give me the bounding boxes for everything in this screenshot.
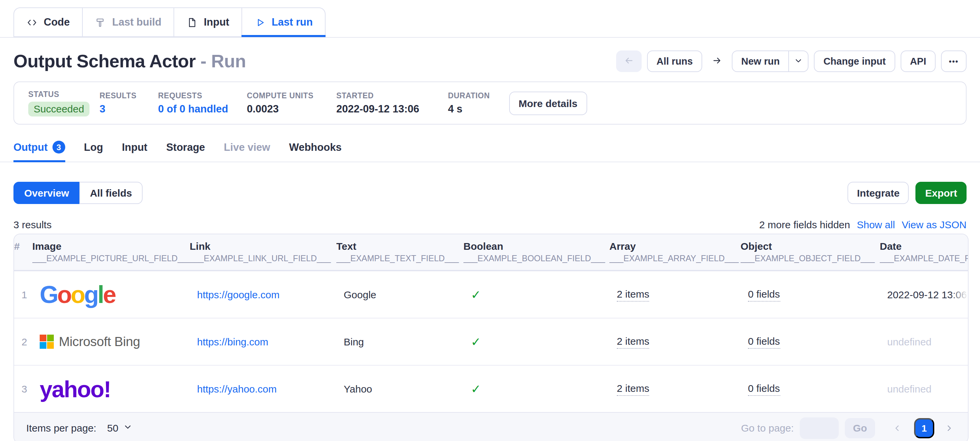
column-header-boolean: Boolean ___EXAMPLE_BOOLEAN_FIELD___ xyxy=(463,240,609,263)
view-as-json-link[interactable]: View as JSON xyxy=(902,219,967,230)
page-title-main: Output Schema Actor xyxy=(13,51,196,71)
table-row: 1 Google https://google.com Google ✓ 2 i… xyxy=(14,271,968,318)
check-icon: ✓ xyxy=(471,288,481,301)
header-actions: All runs New run Change input xyxy=(616,51,967,72)
next-run-button[interactable] xyxy=(708,51,726,72)
current-page-button[interactable]: 1 xyxy=(914,418,934,438)
arrow-right-icon xyxy=(712,55,722,68)
row-text: Bing xyxy=(344,336,471,347)
row-link[interactable]: https://yahoo.com xyxy=(197,383,344,395)
tab-live-view-label: Live view xyxy=(224,141,270,153)
scroll-fade xyxy=(950,289,968,300)
chevron-right-icon[interactable] xyxy=(942,423,956,433)
tab-run-input-label: Input xyxy=(122,141,147,153)
more-details-button[interactable]: More details xyxy=(509,91,587,115)
api-button[interactable]: API xyxy=(900,51,935,72)
tab-run-input[interactable]: Input xyxy=(122,141,147,161)
row-index: 1 xyxy=(22,289,40,300)
chevron-left-icon xyxy=(891,423,904,433)
tab-last-run[interactable]: Last run xyxy=(242,7,326,37)
requests-label: REQUESTS xyxy=(158,91,247,99)
new-run-label: New run xyxy=(741,56,780,67)
tab-log[interactable]: Log xyxy=(84,141,103,161)
new-run-dropdown-button[interactable] xyxy=(788,51,808,72)
array-cell: 2 items xyxy=(617,288,748,301)
results-count: 3 results xyxy=(13,219,51,230)
all-fields-toggle-button[interactable]: All fields xyxy=(79,182,143,204)
row-text: Yahoo xyxy=(344,383,471,395)
table-row: 2 Microsoft Bing https://bing.com Bing ✓… xyxy=(14,318,968,365)
results-value-link[interactable]: 3 xyxy=(100,103,158,115)
play-icon xyxy=(254,16,266,28)
tab-storage[interactable]: Storage xyxy=(166,141,205,161)
status-field: STATUS Succeeded xyxy=(28,90,100,116)
table-header-row: # Image ___EXAMPLE_PICTURE_URL_FIELD___ … xyxy=(14,234,968,271)
requests-field: REQUESTS 0 of 0 handled xyxy=(158,91,247,115)
overview-label: Overview xyxy=(24,187,69,199)
show-all-link[interactable]: Show all xyxy=(857,219,895,230)
requests-value-link[interactable]: 0 of 0 handled xyxy=(158,103,247,115)
row-link[interactable]: https://google.com xyxy=(197,289,344,300)
object-fields-expander[interactable]: 0 fields xyxy=(748,382,780,396)
google-logo: Google xyxy=(40,283,197,307)
column-header-image: Image ___EXAMPLE_PICTURE_URL_FIELD___ xyxy=(32,240,190,263)
tab-code[interactable]: Code xyxy=(13,7,83,37)
started-value: 2022-09-12 13:06 xyxy=(336,103,448,115)
tab-last-build-label: Last build xyxy=(112,16,161,28)
pagination: Go to page: Go 1 xyxy=(741,417,956,439)
date-cell: undefined xyxy=(887,336,968,347)
top-tabs: Code Last build Input Last run xyxy=(13,7,326,37)
file-icon xyxy=(186,16,198,28)
results-bar: 3 results 2 more fields hidden Show all … xyxy=(13,219,967,230)
tab-output[interactable]: Output 3 xyxy=(13,141,65,161)
row-link[interactable]: https://bing.com xyxy=(197,336,344,347)
array-items-expander[interactable]: 2 items xyxy=(617,335,649,348)
object-fields-expander[interactable]: 0 fields xyxy=(748,288,780,301)
results-field: RESULTS 3 xyxy=(100,91,158,115)
duration-value: 4 s xyxy=(448,103,509,115)
export-button[interactable]: Export xyxy=(916,182,967,204)
run-tabs: Output 3 Log Input Storage Live view Web… xyxy=(0,141,980,162)
boolean-cell: ✓ xyxy=(471,287,617,302)
row-text: Google xyxy=(344,289,471,300)
object-fields-expander[interactable]: 0 fields xyxy=(748,335,780,348)
more-details-label: More details xyxy=(519,97,578,109)
change-input-label: Change input xyxy=(823,56,886,67)
ellipsis-icon: ••• xyxy=(949,57,958,65)
go-to-page-input[interactable] xyxy=(800,417,839,439)
hidden-fields-note: 2 more fields hidden xyxy=(759,219,850,230)
new-run-button[interactable]: New run xyxy=(732,51,789,72)
tab-last-build[interactable]: Last build xyxy=(82,7,174,37)
table-footer: Items per page: 50 Go to page: Go 1 xyxy=(14,412,968,441)
overview-toggle-button[interactable]: Overview xyxy=(13,182,80,204)
started-field: STARTED 2022-09-12 13:06 xyxy=(336,91,448,115)
tab-input-label: Input xyxy=(204,16,229,28)
compute-units-field: COMPUTE UNITS 0.0023 xyxy=(247,91,336,115)
export-label: Export xyxy=(925,187,957,199)
output-count-badge: 3 xyxy=(52,141,65,153)
items-per-page-label: Items per page: xyxy=(26,422,96,434)
top-tab-bar: Code Last build Input Last run xyxy=(0,0,980,38)
go-button: Go xyxy=(845,418,875,438)
more-actions-button[interactable]: ••• xyxy=(941,51,967,72)
tab-webhooks[interactable]: Webhooks xyxy=(289,141,341,161)
table-row: 3 yahoo! https://yahoo.com Yahoo ✓ 2 ite… xyxy=(14,365,968,412)
chevron-down-icon xyxy=(793,55,804,68)
output-toolbar: Overview All fields Integrate Export xyxy=(13,182,967,204)
run-status-card: STATUS Succeeded RESULTS 3 REQUESTS 0 of… xyxy=(13,81,967,125)
tab-input[interactable]: Input xyxy=(173,7,242,37)
column-header-date: Date ___EXAMPLE_DATE_FIELD___ xyxy=(880,240,968,263)
status-label: STATUS xyxy=(28,90,100,98)
tab-log-label: Log xyxy=(84,141,103,153)
integrate-button[interactable]: Integrate xyxy=(848,182,909,204)
items-per-page-select[interactable]: 50 xyxy=(107,422,132,434)
page-title-suffix: - Run xyxy=(200,51,246,71)
page-title: Output Schema Actor - Run xyxy=(13,51,246,72)
compute-units-value: 0.0023 xyxy=(247,103,336,115)
array-items-expander[interactable]: 2 items xyxy=(617,288,649,301)
tab-last-run-label: Last run xyxy=(272,16,313,28)
all-runs-button[interactable]: All runs xyxy=(647,51,702,72)
change-input-button[interactable]: Change input xyxy=(814,51,895,72)
array-items-expander[interactable]: 2 items xyxy=(617,382,649,396)
chevron-down-icon xyxy=(123,422,132,434)
